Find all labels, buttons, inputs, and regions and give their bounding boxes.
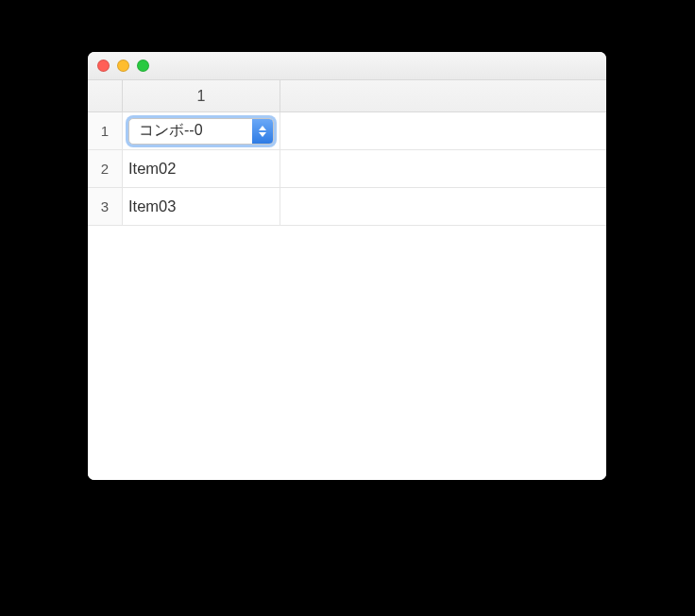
row-index-label: 3 [101, 198, 109, 214]
window-content: 1 1 コンボ--0 [88, 80, 606, 480]
table-row: 2 Item02 [88, 150, 606, 188]
chevron-up-icon [259, 126, 266, 130]
row-index[interactable]: 2 [88, 150, 123, 187]
maximize-icon[interactable] [137, 60, 149, 72]
combo-box[interactable]: コンボ--0 [128, 118, 274, 145]
titlebar[interactable] [88, 52, 606, 80]
cell-value: Item03 [128, 197, 176, 215]
close-icon[interactable] [97, 60, 110, 72]
column-header-label: 1 [197, 88, 206, 105]
table-cell[interactable]: Item02 [123, 150, 280, 187]
combo-selected-label: コンボ--0 [139, 121, 252, 141]
row-index[interactable]: 1 [88, 112, 123, 149]
row-index-label: 1 [101, 123, 109, 139]
cell-value: Item02 [128, 160, 176, 178]
chevron-down-icon [259, 132, 266, 137]
column-header[interactable]: 1 [123, 80, 280, 111]
table-cell[interactable]: Item03 [123, 188, 280, 225]
data-table: 1 1 コンボ--0 [88, 80, 606, 226]
app-window: 1 1 コンボ--0 [88, 52, 606, 480]
row-index-label: 2 [101, 161, 109, 177]
table-header-row: 1 [88, 80, 606, 112]
table-row: 3 Item03 [88, 188, 606, 226]
table-row: 1 コンボ--0 [88, 112, 606, 150]
combo-stepper-cap[interactable] [252, 119, 273, 144]
table-cell[interactable]: コンボ--0 [123, 112, 280, 149]
row-index[interactable]: 3 [88, 188, 123, 225]
minimize-icon[interactable] [117, 60, 129, 72]
table-corner-cell [88, 80, 123, 111]
